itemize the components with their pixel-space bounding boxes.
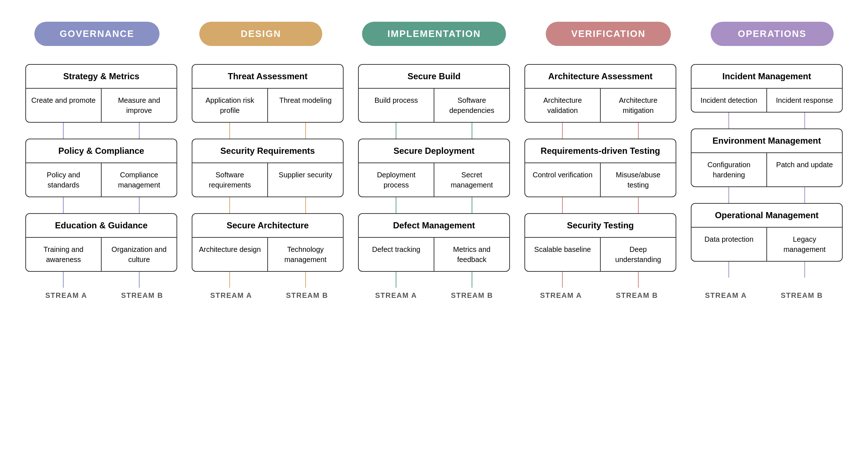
connector-operations-0 (691, 113, 843, 128)
connector-design-1 (192, 197, 344, 213)
stream-b-label-verification: STREAM B (599, 291, 675, 300)
practice-box-verification-1: Requirements-driven TestingControl verif… (524, 139, 676, 197)
stream-b-cell-governance-0: Measure and improve (102, 89, 176, 122)
stream-a-label-governance: STREAM A (28, 291, 104, 300)
connector-line-implementation-1-1 (472, 197, 472, 213)
practice-group-design-1: Security RequirementsSoftware requiremen… (192, 139, 344, 213)
stream-b-label-governance: STREAM B (104, 291, 180, 300)
connector-line-governance-0-0 (63, 123, 64, 139)
stream-b-cell-design-0: Threat modeling (268, 89, 343, 122)
columns-row: Strategy & MetricsCreate and promoteMeas… (14, 64, 854, 288)
bottom-line-governance-0 (63, 272, 64, 288)
practice-title-verification-0: Architecture Assessment (525, 65, 676, 89)
pill-operations: OPERATIONS (711, 22, 834, 46)
practice-box-design-2: Secure ArchitectureArchitecture designTe… (192, 213, 344, 272)
practice-streams-implementation-1: Deployment processSecret management (359, 163, 509, 197)
stream-b-label-operations: STREAM B (764, 291, 840, 300)
stream-b-cell-implementation-1: Secret management (434, 163, 509, 197)
practice-title-governance-2: Education & Guidance (26, 214, 176, 238)
bottom-line-verification-0 (562, 272, 563, 288)
col-stream-labels-verification: STREAM ASTREAM B (523, 291, 675, 300)
stream-b-cell-design-2: Technology management (268, 238, 343, 271)
practice-title-implementation-0: Secure Build (359, 65, 509, 89)
connector-line-operations-1-1 (804, 187, 805, 203)
practice-title-design-0: Threat Assessment (192, 65, 343, 89)
stream-b-label-design: STREAM B (269, 291, 345, 300)
bottom-connector-design (192, 272, 344, 288)
stream-a-cell-operations-2: Data protection (692, 228, 767, 261)
practice-streams-verification-1: Control verificationMisuse/abuse testing (525, 163, 676, 197)
stream-a-cell-design-0: Application risk profile (192, 89, 268, 122)
bottom-line-design-0 (229, 272, 230, 288)
stream-b-cell-implementation-2: Metrics and feedback (434, 238, 509, 271)
pill-governance: GOVERNANCE (34, 22, 159, 46)
connector-line-design-1-0 (229, 197, 230, 213)
stream-a-label-verification: STREAM A (523, 291, 599, 300)
practice-group-verification-0: Architecture AssessmentArchitecture vali… (524, 64, 676, 139)
practice-title-implementation-2: Defect Management (359, 214, 509, 238)
practice-title-operations-2: Operational Management (692, 204, 842, 228)
stream-b-cell-operations-1: Patch and update (767, 153, 842, 186)
stream-a-cell-governance-1: Policy and standards (26, 163, 102, 197)
stream-a-label-operations: STREAM A (688, 291, 764, 300)
stream-a-cell-design-1: Software requirements (192, 163, 268, 197)
practice-streams-design-2: Architecture designTechnology management (192, 238, 343, 271)
stream-b-cell-governance-1: Compliance management (102, 163, 176, 197)
practice-box-implementation-0: Secure BuildBuild processSoftware depend… (358, 64, 510, 123)
practice-box-governance-1: Policy & CompliancePolicy and standardsC… (25, 139, 177, 197)
bottom-line-operations-1 (804, 262, 805, 278)
practice-box-implementation-1: Secure DeploymentDeployment processSecre… (358, 139, 510, 197)
stream-b-cell-operations-0: Incident response (767, 89, 842, 112)
connector-line-verification-1-1 (638, 197, 639, 213)
pill-verification: VERIFICATION (546, 22, 671, 46)
connector-line-implementation-1-0 (396, 197, 396, 213)
practice-title-governance-1: Policy & Compliance (26, 139, 176, 163)
stream-a-cell-implementation-2: Defect tracking (359, 238, 434, 271)
practice-group-operations-2: Operational ManagementData protectionLeg… (691, 203, 843, 278)
practice-title-verification-1: Requirements-driven Testing (525, 139, 676, 163)
stream-labels-row: STREAM ASTREAM BSTREAM ASTREAM BSTREAM A… (14, 291, 854, 300)
practice-box-governance-2: Education & GuidanceTraining and awarene… (25, 213, 177, 272)
bottom-line-design-1 (305, 272, 306, 288)
stream-a-cell-implementation-1: Deployment process (359, 163, 434, 197)
column-design: Threat AssessmentApplication risk profil… (192, 64, 344, 288)
practice-box-verification-2: Security TestingScalable baselineDeep un… (524, 213, 676, 272)
header-row: GOVERNANCEDESIGNIMPLEMENTATIONVERIFICATI… (14, 22, 854, 46)
practice-title-governance-0: Strategy & Metrics (26, 65, 176, 89)
stream-a-cell-operations-1: Configuration hardening (692, 153, 767, 186)
practice-title-design-1: Security Requirements (192, 139, 343, 163)
connector-line-design-0-0 (229, 123, 230, 139)
practice-streams-governance-2: Training and awarenessOrganization and c… (26, 238, 176, 271)
stream-b-label-implementation: STREAM B (434, 291, 510, 300)
pill-design: DESIGN (199, 22, 322, 46)
connector-line-implementation-0-1 (472, 123, 472, 139)
practice-group-verification-2: Security TestingScalable baselineDeep un… (524, 213, 676, 288)
stream-a-cell-verification-2: Scalable baseline (525, 238, 601, 271)
stream-a-cell-verification-1: Control verification (525, 163, 601, 197)
connector-line-verification-0-1 (638, 123, 639, 139)
col-stream-labels-governance: STREAM ASTREAM B (28, 291, 180, 300)
bottom-connector-governance (25, 272, 177, 288)
practice-group-implementation-1: Secure DeploymentDeployment processSecre… (358, 139, 510, 213)
col-stream-labels-operations: STREAM ASTREAM B (688, 291, 840, 300)
practice-streams-design-1: Software requirementsSupplier security (192, 163, 343, 197)
connector-governance-1 (25, 197, 177, 213)
practice-box-operations-1: Environment ManagementConfiguration hard… (691, 128, 843, 187)
practice-title-implementation-1: Secure Deployment (359, 139, 509, 163)
practice-group-design-0: Threat AssessmentApplication risk profil… (192, 64, 344, 139)
bottom-connector-implementation (358, 272, 510, 288)
practice-box-governance-0: Strategy & MetricsCreate and promoteMeas… (25, 64, 177, 123)
connector-implementation-1 (358, 197, 510, 213)
stream-a-label-design: STREAM A (193, 291, 269, 300)
practice-group-operations-0: Incident ManagementIncident detectionInc… (691, 64, 843, 128)
practice-streams-implementation-0: Build processSoftware dependencies (359, 89, 509, 122)
bottom-line-implementation-0 (396, 272, 396, 288)
practice-streams-operations-1: Configuration hardeningPatch and update (692, 153, 842, 186)
practice-streams-governance-1: Policy and standardsCompliance managemen… (26, 163, 176, 197)
practice-streams-design-0: Application risk profileThreat modeling (192, 89, 343, 122)
practice-group-verification-1: Requirements-driven TestingControl verif… (524, 139, 676, 213)
bottom-line-verification-1 (638, 272, 639, 288)
practice-title-operations-0: Incident Management (692, 65, 842, 89)
column-implementation: Secure BuildBuild processSoftware depend… (358, 64, 510, 288)
connector-line-governance-1-1 (139, 197, 140, 213)
